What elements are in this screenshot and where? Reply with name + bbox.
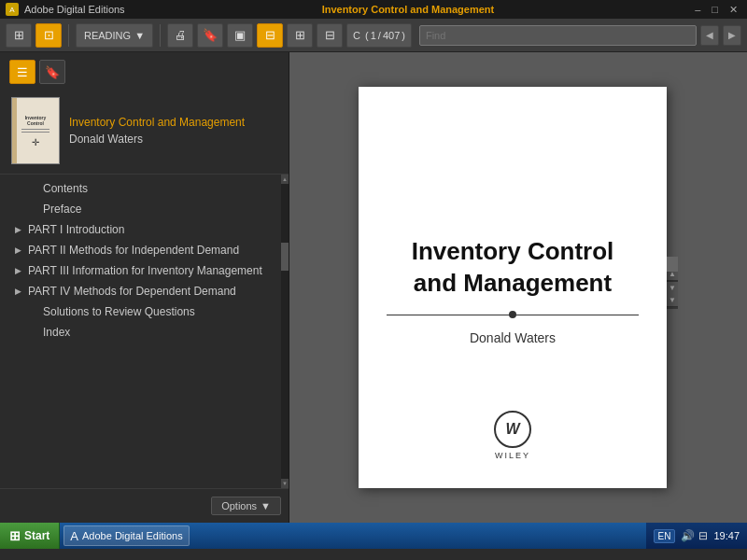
- app-icon: A: [6, 3, 19, 16]
- sidebar-tab-bookmarks[interactable]: 🔖: [39, 60, 65, 84]
- page-sep: /: [378, 30, 381, 41]
- right-scrollbar[interactable]: ▲ ▼ ▼: [667, 266, 678, 309]
- scroll-down-button[interactable]: ▼: [667, 281, 678, 294]
- toolbar-separator-2: [160, 24, 161, 47]
- find-input[interactable]: [419, 25, 697, 46]
- toc-item-part3[interactable]: ▶ PART III Information for Inventory Man…: [0, 260, 281, 281]
- scroll-down-arrow[interactable]: ▼: [281, 479, 289, 488]
- expand-icon-part2: ▶: [11, 244, 24, 257]
- minimize-button[interactable]: –: [691, 4, 704, 16]
- reading-mode-dropdown[interactable]: READING ▼: [76, 23, 153, 48]
- reading-view-button[interactable]: ⊡: [35, 23, 62, 48]
- toc-label-solutions: Solutions to Review Questions: [43, 305, 270, 318]
- find-next-button[interactable]: ▶: [723, 25, 741, 46]
- system-clock: 19:47: [713, 530, 740, 541]
- start-label: Start: [24, 529, 49, 542]
- window-controls[interactable]: – □ ✕: [691, 4, 741, 16]
- scroll-track[interactable]: [281, 184, 289, 479]
- page-author: Donald Waters: [470, 330, 556, 345]
- toc-list-area: Contents Preface ▶ PART I Introduction ▶…: [0, 175, 281, 488]
- toc-label-part2: PART II Methods for Independent Demand: [28, 244, 270, 257]
- language-indicator[interactable]: EN: [654, 529, 676, 543]
- page-number: 1: [371, 30, 376, 41]
- sidebar-content-area: Contents Preface ▶ PART I Introduction ▶…: [0, 175, 289, 488]
- find-box: ◀ ▶: [419, 25, 741, 46]
- network-icon: 🔊: [681, 529, 695, 542]
- dropdown-arrow-icon: ▼: [134, 30, 145, 41]
- volume-icon: ⊟: [698, 529, 708, 542]
- title-bar-left: A Adobe Digital Editions: [6, 3, 125, 16]
- page-close: ): [402, 30, 405, 41]
- sidebar-tab-toc[interactable]: ☰: [9, 60, 35, 84]
- taskbar-app-label: Adobe Digital Editions: [82, 530, 183, 541]
- page-book-title: Inventory Control and Management: [412, 236, 614, 300]
- expand-placeholder-4: [26, 326, 39, 339]
- toc-item-solutions[interactable]: Solutions to Review Questions: [0, 301, 281, 322]
- page-view-4-button[interactable]: ⊟: [317, 23, 343, 48]
- main-area: ☰ 🔖 InventoryControl ✛ Inventory Control…: [0, 52, 747, 523]
- toc-label-preface: Preface: [43, 203, 270, 216]
- toc-item-index[interactable]: Index: [0, 322, 281, 343]
- book-thumbnail[interactable]: InventoryControl ✛: [11, 97, 60, 164]
- page-view-1-button[interactable]: ▣: [227, 23, 253, 48]
- toc-label-index: Index: [43, 326, 270, 339]
- sidebar: ☰ 🔖 InventoryControl ✛ Inventory Control…: [0, 52, 289, 523]
- taskbar: ⊞ Start A Adobe Digital Editions EN 🔊 ⊟ …: [0, 523, 747, 549]
- system-tray: EN 🔊 ⊟ 19:47: [646, 523, 747, 549]
- toc-item-part4[interactable]: ▶ PART IV Methods for Dependent Demand: [0, 281, 281, 301]
- options-arrow-icon: ▼: [261, 500, 271, 511]
- book-author: Donald Waters: [69, 133, 245, 146]
- book-meta: Inventory Control and Management Donald …: [69, 97, 245, 164]
- divider-dot: [509, 311, 516, 318]
- page-view-2-button[interactable]: ⊟: [257, 23, 283, 48]
- page-title-line2: and Management: [414, 269, 612, 297]
- maximize-button[interactable]: □: [708, 4, 722, 16]
- find-prev-button[interactable]: ◀: [700, 25, 719, 46]
- app-name: Adobe Digital Editions: [24, 4, 125, 15]
- sidebar-scrollbar[interactable]: ▲ ▼: [281, 175, 289, 488]
- page-total: 407: [383, 30, 400, 41]
- start-button[interactable]: ⊞ Start: [0, 523, 60, 549]
- book-info-panel: InventoryControl ✛ Inventory Control and…: [0, 90, 289, 175]
- sidebar-bottom: Options ▼: [0, 488, 289, 523]
- toc-icon: ☰: [17, 65, 28, 79]
- scroll-thumb[interactable]: [281, 243, 289, 271]
- toc-item-part1[interactable]: ▶ PART I Introduction: [0, 219, 281, 240]
- bookmark-button[interactable]: 🔖: [197, 23, 223, 48]
- toc-item-contents[interactable]: Contents: [0, 178, 281, 199]
- scroll-thumb-right[interactable]: [667, 257, 678, 272]
- scroll-bottom-button[interactable]: ▼: [667, 294, 678, 307]
- expand-placeholder-2: [26, 203, 39, 216]
- book-title[interactable]: Inventory Control and Management: [69, 116, 245, 129]
- expand-icon-part3: ▶: [11, 264, 24, 277]
- options-label: Options: [221, 500, 257, 511]
- library-view-button[interactable]: ⊞: [6, 23, 32, 48]
- scroll-up-arrow[interactable]: ▲: [281, 175, 289, 184]
- tray-icons: 🔊 ⊟: [681, 529, 708, 542]
- toc-label-part1: PART I Introduction: [28, 223, 270, 236]
- document-title: Inventory Control and Management: [322, 4, 495, 15]
- print-button[interactable]: 🖨: [167, 23, 193, 48]
- taskbar-items: A Adobe Digital Editions: [60, 525, 645, 546]
- expand-placeholder: [26, 182, 39, 195]
- toolbar-separator: [68, 24, 69, 47]
- page-title-line1: Inventory Control: [412, 237, 614, 265]
- sidebar-tabs: ☰ 🔖: [0, 52, 289, 90]
- options-button[interactable]: Options ▼: [211, 497, 281, 515]
- close-button[interactable]: ✕: [726, 4, 741, 16]
- wiley-label: WILEY: [495, 451, 530, 460]
- toc-label-part3: PART III Information for Inventory Manag…: [28, 264, 270, 277]
- page-type-indicator: C: [353, 30, 360, 41]
- page-view-3-button[interactable]: ⊞: [287, 23, 313, 48]
- toc-label-contents: Contents: [43, 182, 270, 195]
- publisher-logo: W WILEY: [494, 411, 531, 460]
- book-page: Inventory Control and Management Donald …: [359, 87, 667, 488]
- taskbar-app-item[interactable]: A Adobe Digital Editions: [63, 525, 189, 546]
- taskbar-app-icon: A: [70, 529, 78, 543]
- bookmark-icon: 🔖: [45, 65, 60, 79]
- expand-placeholder-3: [26, 305, 39, 318]
- page-navigator: C ( 1 / 407 ): [346, 23, 412, 48]
- reading-mode-label: READING: [84, 30, 131, 41]
- toc-item-preface[interactable]: Preface: [0, 199, 281, 219]
- toc-item-part2[interactable]: ▶ PART II Methods for Independent Demand: [0, 240, 281, 260]
